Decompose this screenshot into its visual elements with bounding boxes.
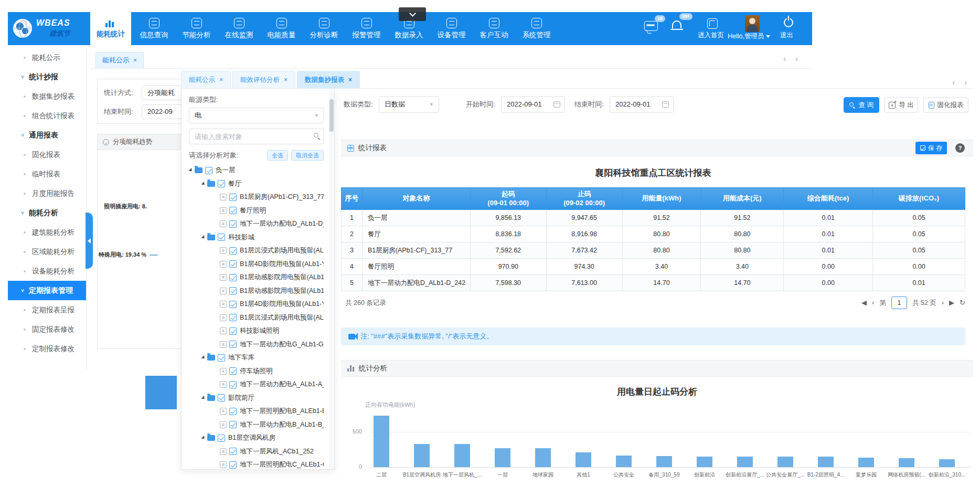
checkbox-checked[interactable] <box>229 274 237 281</box>
nav-item-设备管理[interactable]: 设备管理 <box>430 12 473 45</box>
workspace-tab-数据集抄报表[interactable]: 数据集抄报表× <box>297 71 360 88</box>
checkbox-checked[interactable] <box>229 314 237 321</box>
sidebar-item-固化报表[interactable]: 固化报表 <box>8 145 86 164</box>
nav-item-信息查询[interactable]: 信息查询 <box>133 12 175 45</box>
checkbox-checked[interactable] <box>229 381 237 388</box>
checkbox-checked[interactable] <box>229 341 237 348</box>
data-type-select[interactable]: 日数据 ▼ <box>379 96 439 113</box>
checkbox-checked[interactable] <box>205 167 212 174</box>
solidify-report-button[interactable]: 固化报表 <box>923 97 968 113</box>
expander-icon[interactable] <box>201 355 206 360</box>
start-date-input[interactable]: 2022-09-01 <box>501 96 565 113</box>
outer-tabs-right-arrow[interactable]: › <box>795 54 798 63</box>
sidebar-item-定期报表呈报[interactable]: 定期报表呈报 <box>8 300 86 320</box>
checkbox-checked[interactable] <box>229 408 237 415</box>
tree-node[interactable]: ≡地下一层动力配电A_ALb1-A_266 <box>189 378 324 392</box>
tree-node[interactable]: ≡停车场照明 <box>189 365 324 378</box>
sidebar-item-定期报表管理[interactable]: ∨定期报表管理 <box>8 281 86 300</box>
last-page-icon[interactable]: ▶ <box>949 297 954 309</box>
logout-link[interactable]: 退出 <box>780 31 793 40</box>
message-icon[interactable] <box>644 21 658 31</box>
expander-icon[interactable] <box>201 396 206 400</box>
search-input[interactable] <box>189 129 323 144</box>
deselect-all-button[interactable]: 取消全选 <box>291 150 324 161</box>
first-page-icon[interactable]: ◀ <box>861 297 867 309</box>
checkbox-checked[interactable] <box>218 435 225 442</box>
expander-icon[interactable] <box>201 436 206 440</box>
power-icon[interactable] <box>784 18 793 27</box>
tree-node[interactable]: ≡B1层动感影院用电预留(ALb1-YY <box>189 284 324 298</box>
export-button[interactable]: x 导 出 <box>885 97 918 113</box>
nav-item-energy-statistics[interactable]: 能耗统计 <box>90 12 131 45</box>
nav-item-分析诊断[interactable]: 分析诊断 <box>303 12 345 45</box>
sidebar-item-区域能耗分析[interactable]: 区域能耗分析 <box>8 242 86 261</box>
next-page-icon[interactable]: › <box>942 297 944 309</box>
end-date-input[interactable]: 2022-09-01 <box>610 96 674 113</box>
checkbox-checked[interactable] <box>229 461 237 469</box>
checkbox-checked[interactable] <box>218 234 225 241</box>
search-icon[interactable] <box>314 133 318 138</box>
help-icon[interactable]: ? <box>955 143 965 153</box>
checkbox-checked[interactable] <box>229 260 237 268</box>
checkbox-checked[interactable] <box>229 421 237 428</box>
refresh-icon[interactable]: ↻ <box>960 297 965 309</box>
sidebar-item-能耗分析[interactable]: ∨能耗分析 <box>8 203 86 223</box>
tree-node[interactable]: ≡B1层沉浸式剧场用电预留(ALb1-Y <box>189 244 324 258</box>
sidebar-item-固定报表修改[interactable]: 固定报表修改 <box>8 320 86 339</box>
sidebar-collapse-handle[interactable] <box>86 213 93 269</box>
tree-node[interactable]: B1层空调风机房 <box>189 431 324 445</box>
checkbox-checked[interactable] <box>229 448 237 455</box>
tree-node[interactable]: 影院前厅 <box>189 392 324 405</box>
nav-item-系统管理[interactable]: 系统管理 <box>515 12 558 45</box>
sidebar-item-数据集抄报表[interactable]: 数据集抄报表 <box>8 87 86 106</box>
query-button[interactable]: 查 询 <box>844 97 879 113</box>
scrollbar-thumb[interactable] <box>329 99 334 132</box>
tree-node[interactable]: 科技影城 <box>189 231 324 245</box>
checkbox-checked[interactable] <box>229 367 237 375</box>
close-icon[interactable]: × <box>348 76 352 83</box>
nav-item-节能分析[interactable]: 节能分析 <box>175 12 218 45</box>
tree-node[interactable]: ≡地下一层风机_ACb1_252 <box>189 445 324 459</box>
tree-node[interactable]: ≡餐厅照明 <box>189 204 324 218</box>
sidebar-item-临时报表[interactable]: 临时报表 <box>8 164 86 184</box>
tree-node[interactable]: ≡地下一层照明配电B_ALEb1-B_26 <box>189 405 324 418</box>
checkbox-checked[interactable] <box>229 327 237 335</box>
tree-node[interactable]: ≡地下一层照明配电C_ALEb1-C_26 <box>189 458 324 471</box>
expander-icon[interactable] <box>201 182 206 186</box>
checkbox-checked[interactable] <box>229 220 237 228</box>
outer-tabs-left-arrow[interactable]: ‹ <box>783 54 786 63</box>
close-icon[interactable]: × <box>219 76 223 83</box>
select-all-button[interactable]: 全选 <box>267 150 288 161</box>
sidebar-item-定制报表修改[interactable]: 定制报表修改 <box>8 339 86 358</box>
tree-node[interactable]: ≡科技影城照明 <box>189 324 324 338</box>
checkbox-checked[interactable] <box>229 194 237 201</box>
tree-node[interactable]: 负一层 <box>189 164 324 177</box>
checkbox-checked[interactable] <box>218 354 225 362</box>
sidebar-item-通用报表[interactable]: ∨通用报表 <box>8 125 86 145</box>
tree-node[interactable]: 餐厅 <box>189 177 324 191</box>
workspace-tab-能耗公示[interactable]: 能耗公示× <box>181 71 231 88</box>
expander-icon[interactable] <box>201 235 206 240</box>
tree-node[interactable]: ≡B1层4D影院用电预留(ALb1-YY(4 <box>189 298 324 311</box>
sidebar-item-月度用能报告[interactable]: 月度用能报告 <box>8 184 86 203</box>
home-icon[interactable] <box>707 18 718 29</box>
tree-node[interactable]: ≡B1层4D影院用电预留(ALb1-YY(4 <box>189 258 324 271</box>
nav-item-客户互动[interactable]: 客户互动 <box>473 12 515 45</box>
nav-item-电能质量[interactable]: 电能质量 <box>260 12 303 45</box>
tree-node[interactable]: ≡B1层厨房(APb1-CF)_313_77 <box>189 191 324 204</box>
workspace-tabs-left-arrow[interactable]: ‹ <box>952 78 955 87</box>
checkbox-checked[interactable] <box>229 207 237 214</box>
checkbox-checked[interactable] <box>229 301 237 308</box>
workspace-tabs-right-arrow[interactable]: › <box>964 78 967 87</box>
user-menu[interactable]: Hello,管理员 <box>728 32 770 41</box>
bell-icon[interactable] <box>672 20 681 28</box>
page-number-input[interactable] <box>891 297 907 309</box>
checkbox-checked[interactable] <box>229 247 237 255</box>
outer-tab-energy-publicity[interactable]: 能耗公示 × <box>95 52 144 68</box>
expander-icon[interactable] <box>189 168 194 173</box>
workspace-tab-能效评估分析[interactable]: 能效评估分析× <box>232 71 295 88</box>
checkbox-checked[interactable] <box>218 394 225 401</box>
checkbox-checked[interactable] <box>218 180 225 187</box>
energy-type-select[interactable]: 电 ▼ <box>189 108 324 123</box>
tree-node[interactable]: 地下车库 <box>189 351 324 365</box>
